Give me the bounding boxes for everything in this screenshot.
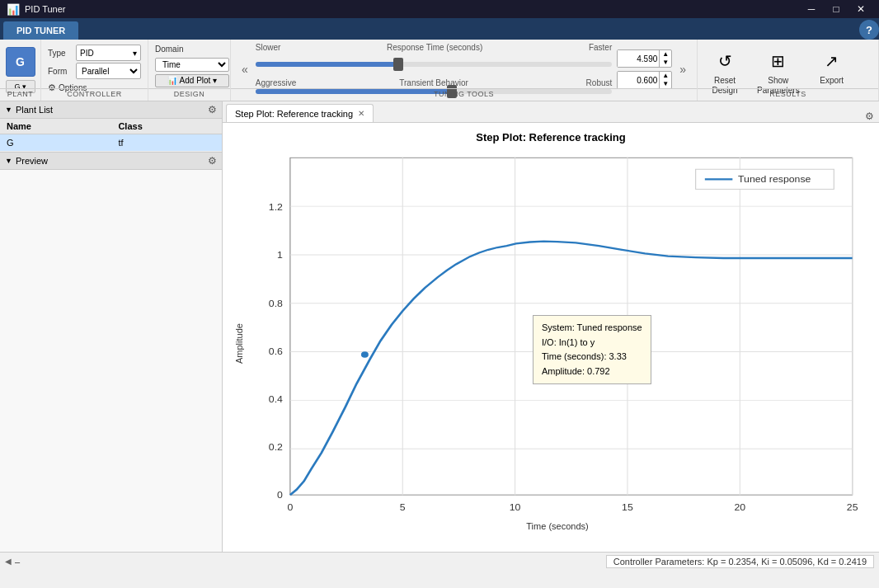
- title-bar-text: PID Tuner: [25, 4, 66, 14]
- plot-area: Step Plot: Reference tracking ✕ ⚙ Step P…: [223, 101, 879, 552]
- spinbox-arrows-2: ▲ ▼: [659, 72, 671, 88]
- plot-tab-bar: Step Plot: Reference tracking ✕ ⚙: [223, 101, 879, 123]
- reset-design-icon: ↺: [712, 48, 738, 74]
- title-bar: 📊 PID Tuner ─ □ ✕: [0, 0, 879, 18]
- type-label: Type: [48, 49, 73, 58]
- spinbox-arrows-1: ▲ ▼: [659, 50, 671, 67]
- spinbox-up-1[interactable]: ▲: [659, 50, 671, 59]
- chart-container: Step Plot: Reference tracking Amplitude: [231, 131, 871, 543]
- svg-text:15: 15: [622, 503, 633, 512]
- type-row: Type PID ▾: [48, 45, 141, 61]
- svg-text:20: 20: [734, 503, 745, 512]
- response-time-input[interactable]: 4.590: [618, 50, 659, 67]
- col-class: Class: [111, 119, 222, 134]
- add-plot-button[interactable]: 📊 Add Plot ▾: [155, 74, 229, 88]
- spinbox-up-2[interactable]: ▲: [659, 72, 671, 80]
- svg-text:1.2: 1.2: [269, 203, 283, 212]
- form-label: Form: [48, 67, 73, 76]
- svg-text:0: 0: [277, 491, 283, 500]
- export-label: Export: [820, 76, 844, 86]
- chart-area: 0 0.2 0.4 0.6 0.8 1 1.2 0 5 10 15: [244, 150, 871, 538]
- svg-text:0.2: 0.2: [269, 443, 283, 452]
- svg-text:25: 25: [847, 503, 858, 512]
- faster-arrow[interactable]: »: [677, 63, 689, 76]
- results-section-label: RESULTS: [698, 90, 878, 98]
- plot-tab-close[interactable]: ✕: [358, 109, 364, 118]
- status-bar: ◀ – Controller Parameters: Kp = 0.2354, …: [0, 552, 879, 570]
- plot-tab-label: Step Plot: Reference tracking: [235, 109, 353, 119]
- table-row[interactable]: G tf: [0, 134, 222, 152]
- svg-text:0.8: 0.8: [269, 299, 283, 308]
- results-section: ↺ ResetDesign ⊞ Show Parameters ↗ Export…: [698, 40, 879, 101]
- design-section: Domain Time Frequency 📊 Add Plot ▾ DESIG…: [148, 40, 231, 101]
- preview-title: Preview: [16, 156, 48, 166]
- svg-text:10: 10: [510, 503, 521, 512]
- controller-section: Type PID ▾ Form Parallel Ideal ⚙ Options…: [41, 40, 148, 101]
- plant-list-settings-icon[interactable]: ⚙: [208, 104, 217, 115]
- plant-name: G: [0, 134, 111, 152]
- controller-section-label: CONTROLLER: [41, 90, 148, 98]
- plant-list-header: ▼ Plant List ⚙: [0, 101, 222, 119]
- pid-tuner-tab[interactable]: PID TUNER: [3, 21, 78, 40]
- spinbox-down-1[interactable]: ▼: [659, 59, 671, 67]
- form-select[interactable]: Parallel Ideal: [76, 63, 141, 79]
- plant-button[interactable]: G: [6, 47, 35, 77]
- plant-class: tf: [111, 134, 222, 152]
- transient-spinbox[interactable]: 0.600 ▲ ▼: [617, 71, 672, 89]
- title-bar-title: 📊 PID Tuner: [7, 3, 66, 16]
- domain-label: Domain: [155, 45, 183, 54]
- type-dropdown[interactable]: PID ▾: [76, 45, 141, 61]
- main-content: ▼ Plant List ⚙ Name Class G tf: [0, 101, 879, 552]
- transient-labels: Aggressive Transient Behavior Robust: [256, 78, 612, 87]
- plant-list-table: Name Class G tf: [0, 119, 222, 152]
- export-icon: ↗: [819, 48, 845, 74]
- plot-tab[interactable]: Step Plot: Reference tracking ✕: [226, 104, 374, 122]
- response-time-labels: Slower Response Time (seconds) Faster: [256, 43, 612, 52]
- help-button[interactable]: ?: [859, 20, 879, 40]
- spinbox-down-2[interactable]: ▼: [659, 80, 671, 88]
- status-left-text: –: [15, 557, 20, 567]
- svg-rect-0: [290, 158, 853, 495]
- form-row: Form Parallel Ideal: [48, 63, 141, 79]
- plot-canvas: Step Plot: Reference tracking Amplitude: [223, 123, 879, 552]
- y-axis-label: Amplitude: [231, 150, 244, 538]
- preview-header: ▼ Preview ⚙: [0, 153, 222, 170]
- tab-row: PID TUNER ?: [0, 18, 879, 40]
- slower-arrow[interactable]: «: [239, 63, 251, 76]
- title-bar-controls: ─ □ ✕: [800, 1, 872, 17]
- svg-text:0: 0: [287, 503, 293, 512]
- svg-text:0.6: 0.6: [269, 347, 283, 356]
- svg-text:1: 1: [277, 251, 283, 260]
- col-name: Name: [0, 119, 111, 134]
- plant-list-collapse[interactable]: ▼: [5, 106, 12, 114]
- preview-collapse[interactable]: ▼: [5, 157, 12, 165]
- response-time-spinbox[interactable]: 4.590 ▲ ▼: [617, 49, 672, 68]
- response-time-fill: [256, 62, 398, 67]
- x-axis-label: Time (seconds): [244, 521, 871, 531]
- restore-button[interactable]: □: [825, 1, 848, 17]
- chart-title: Step Plot: Reference tracking: [231, 131, 871, 143]
- design-section-label: DESIGN: [148, 90, 230, 98]
- export-button[interactable]: ↗ Export: [811, 45, 853, 89]
- transient-input[interactable]: 0.600: [618, 72, 659, 88]
- plant-list-title: Plant List: [16, 105, 53, 115]
- close-button[interactable]: ✕: [849, 1, 872, 17]
- plant-section-label: PLANT: [0, 90, 40, 98]
- scroll-left-icon[interactable]: ◀: [5, 557, 12, 566]
- plant-section: G G ▾ PLANT: [0, 40, 41, 101]
- preview-panel: ▼ Preview ⚙: [0, 152, 222, 552]
- plot-svg: 0 0.2 0.4 0.6 0.8 1 1.2 0 5 10 15: [244, 150, 871, 518]
- response-time-thumb[interactable]: [393, 58, 403, 71]
- response-time-track[interactable]: [256, 62, 612, 67]
- tuning-section-label: TUNING TOOLS: [231, 90, 697, 98]
- svg-text:Tuned response: Tuned response: [738, 175, 811, 184]
- minimize-button[interactable]: ─: [800, 1, 823, 17]
- controller-params: Controller Parameters: Kp = 0.2354, Ki =…: [606, 555, 874, 568]
- domain-select[interactable]: Time Frequency: [155, 58, 229, 72]
- plot-settings-icon[interactable]: ⚙: [860, 111, 879, 122]
- show-parameters-icon: ⊞: [765, 48, 792, 74]
- preview-settings-icon[interactable]: ⚙: [208, 155, 217, 167]
- svg-text:0.4: 0.4: [269, 395, 283, 404]
- title-bar-icon: 📊: [7, 3, 20, 16]
- spinboxes: 4.590 ▲ ▼ 0.600 ▲ ▼: [617, 49, 672, 89]
